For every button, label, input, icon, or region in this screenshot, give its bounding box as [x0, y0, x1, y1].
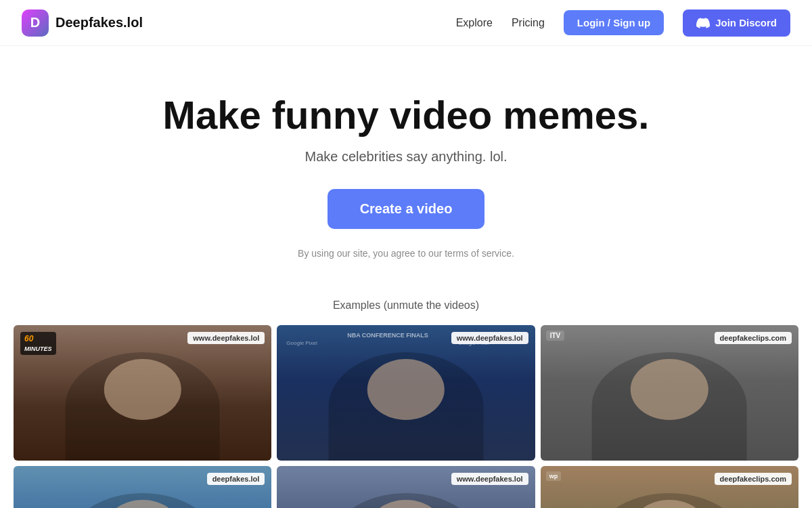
- video-watermark: deepfakes.lol: [207, 473, 265, 485]
- login-signup-button[interactable]: Login / Sign up: [564, 10, 664, 35]
- video-thumbnail[interactable]: deepfakeclips.com ITV: [541, 325, 798, 461]
- discord-button-label: Join Discord: [715, 17, 777, 28]
- examples-section-title: Examples (unmute the videos): [14, 299, 798, 312]
- video-watermark: www.deepfakes.lol: [451, 473, 528, 485]
- examples-section: Examples (unmute the videos) 60MINUTES w…: [0, 279, 812, 508]
- video-watermark: www.deepfakes.lol: [187, 332, 265, 344]
- video-thumbnail[interactable]: www.deepfakes.lol: [277, 466, 535, 508]
- tos-text: By using our site, you agree to our term…: [14, 248, 798, 259]
- nav-link-explore[interactable]: Explore: [456, 17, 493, 29]
- hero-section: Make funny video memes. Make celebrities…: [0, 46, 812, 279]
- hero-subtitle: Make celebrities say anything. lol.: [14, 149, 798, 165]
- discord-icon: [696, 16, 710, 30]
- brand-logo-link[interactable]: D Deepfakes.lol: [22, 9, 143, 37]
- brand-name: Deepfakes.lol: [55, 15, 143, 30]
- video-thumbnail[interactable]: deepfakeclips.com wp: [541, 466, 798, 508]
- video-thumbnail[interactable]: www.deepfakes.lol NBA CONFERENCE FINALS …: [277, 325, 535, 461]
- video-thumbnail[interactable]: 60MINUTES www.deepfakes.lol: [14, 325, 271, 461]
- video-grid: 60MINUTES www.deepfakes.lol www.deepfake…: [14, 325, 798, 508]
- create-video-button[interactable]: Create a video: [328, 189, 485, 229]
- navbar-links: Explore Pricing Login / Sign up Join Dis…: [456, 9, 790, 37]
- video-watermark: deepfakeclips.com: [715, 473, 792, 485]
- join-discord-button[interactable]: Join Discord: [683, 9, 790, 37]
- video-watermark: deepfakeclips.com: [715, 332, 792, 344]
- navbar: D Deepfakes.lol Explore Pricing Login / …: [0, 0, 812, 46]
- video-badge: 60MINUTES: [20, 332, 56, 355]
- brand-logo-icon: D: [22, 9, 49, 37]
- video-thumbnail[interactable]: deepfakes.lol: [14, 466, 271, 508]
- nav-link-pricing[interactable]: Pricing: [512, 17, 545, 29]
- hero-title: Make funny video memes.: [14, 93, 798, 137]
